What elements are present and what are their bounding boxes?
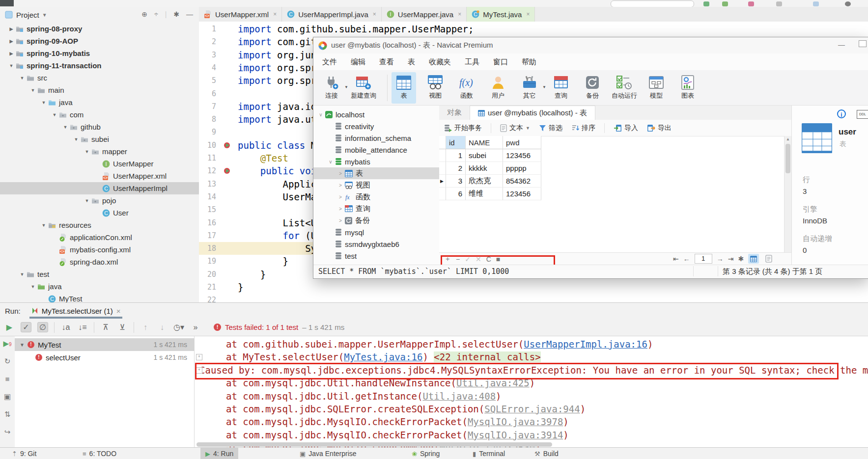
project-tree-item-applicationcon-xml[interactable]: applicationCon.xml bbox=[0, 231, 199, 243]
gridbar-文本[interactable]: 文本▼ bbox=[500, 124, 530, 133]
project-tree-item-usermapper-xml[interactable]: <>UserMapper.xml bbox=[0, 170, 199, 182]
info-icon[interactable]: i bbox=[837, 109, 846, 118]
stop-icon[interactable]: ■ bbox=[496, 255, 500, 263]
project-tree-item-spring-10-mybatis[interactable]: ▶spring-10-mybatis bbox=[0, 47, 199, 59]
toolbar-新建查询[interactable]: 新建查询 bbox=[351, 72, 376, 104]
show-ignored-icon[interactable]: ∅ bbox=[37, 322, 48, 332]
line-number[interactable]: 12 bbox=[199, 166, 216, 175]
gridbar-排序[interactable]: 排序 bbox=[571, 124, 595, 133]
test-tree-item-mytest[interactable]: ▼!MyTest1 s 421 ms bbox=[15, 338, 194, 351]
column-header-NAME[interactable]: NAME bbox=[466, 136, 503, 149]
project-tree-item-github[interactable]: ▼github bbox=[0, 121, 199, 133]
last-page-icon[interactable]: ⇥ bbox=[728, 255, 734, 263]
toolbar-连接[interactable]: 连接▼ bbox=[319, 72, 344, 104]
form-view-icon[interactable] bbox=[763, 254, 774, 264]
project-panel-title[interactable]: Project bbox=[16, 11, 39, 19]
sort-by-duration-icon[interactable]: ↓≡ bbox=[77, 323, 88, 332]
line-number[interactable]: 13 bbox=[199, 180, 216, 189]
nav-sidebar-item-ssmdwyglxtaeb6[interactable]: ssmdwyglxtaeb6 bbox=[313, 238, 440, 250]
run-test-gutter-icon[interactable] bbox=[224, 142, 230, 148]
apply-icon[interactable]: ✓ bbox=[465, 255, 471, 263]
tab-objects[interactable]: 对象 bbox=[439, 106, 470, 120]
minimize-icon[interactable]: — bbox=[835, 41, 848, 49]
hide-panel-icon[interactable]: — bbox=[186, 10, 193, 18]
nav-sidebar-item-localhost[interactable]: ∨localhost bbox=[313, 108, 440, 120]
toolbar-模型[interactable]: 模型 bbox=[644, 72, 669, 104]
chevron-down-icon[interactable]: ▼ bbox=[19, 272, 26, 277]
chevron-down-icon[interactable]: ▼ bbox=[29, 88, 36, 93]
column-header-id[interactable]: id bbox=[446, 136, 466, 149]
collapse-all-icon[interactable]: ÷ bbox=[154, 10, 158, 18]
project-tree-item-main[interactable]: ▼main bbox=[0, 84, 199, 96]
maximize-icon[interactable] bbox=[859, 40, 867, 47]
gridbar-导入[interactable]: 导入 bbox=[614, 124, 638, 133]
project-tree-item-spring-11-transaction[interactable]: ▼spring-11-transaction bbox=[0, 59, 199, 72]
stack-frame-link[interactable]: SQLError.java:944 bbox=[484, 404, 580, 414]
grid-view-icon[interactable] bbox=[748, 254, 759, 264]
toolbar-自动运行[interactable]: 自动运行 bbox=[612, 72, 637, 104]
toolbar-查询[interactable]: 查询 bbox=[549, 72, 573, 104]
chevron-right-icon[interactable]: > bbox=[337, 194, 344, 200]
test-tree-item-selectuser[interactable]: !selectUser1 s 421 ms bbox=[15, 351, 194, 364]
run-tab[interactable]: MyTest.selectUser (1) × bbox=[31, 303, 121, 319]
line-number[interactable]: 1 bbox=[199, 25, 216, 33]
debug-icon[interactable] bbox=[722, 1, 728, 6]
column-header-pwd[interactable]: pwd bbox=[503, 136, 541, 149]
locate-icon[interactable]: ⊕ bbox=[141, 10, 147, 18]
stack-frame-link[interactable]: MysqlIO.java:3914 bbox=[468, 430, 563, 440]
scroll-to-trace-icon[interactable]: ⇅ bbox=[0, 410, 15, 419]
statusbar-item-9-git[interactable]: ⇡9: Git bbox=[7, 448, 41, 459]
chevron-down-icon[interactable]: ▼ bbox=[344, 85, 348, 89]
project-tree-item-resources[interactable]: ▼resources bbox=[0, 219, 199, 231]
line-number[interactable]: 22 bbox=[199, 296, 216, 302]
cell-NAME[interactable]: 维维 bbox=[466, 188, 503, 200]
nav-sidebar-item-test[interactable]: test bbox=[313, 250, 440, 262]
project-tree-item-pojo[interactable]: ▼pojo bbox=[0, 194, 199, 207]
project-tree-item-mapper[interactable]: ▼mapper bbox=[0, 145, 199, 158]
cell-id[interactable]: 3 bbox=[446, 175, 466, 188]
line-number[interactable]: 18 bbox=[199, 244, 216, 253]
nav-sidebar-item-mobile-attendance[interactable]: mobile_attendance bbox=[313, 144, 440, 156]
data-grid[interactable]: idNAMEpwd1subei1234562kkkkkppppp▶3欣杰克854… bbox=[439, 136, 784, 259]
toolbar-其它[interactable]: 其它▼ bbox=[517, 72, 542, 104]
chevron-down-icon[interactable]: ▼ bbox=[42, 12, 47, 18]
menu-工具[interactable]: 工具 bbox=[458, 57, 486, 67]
statusbar-item-terminal[interactable]: ▮Terminal bbox=[468, 448, 510, 459]
settings-icon[interactable] bbox=[845, 1, 851, 6]
chevron-down-icon[interactable]: ▼ bbox=[62, 125, 69, 130]
nav-sidebar-item-mysql[interactable]: mysql bbox=[313, 226, 440, 238]
nav-sidebar-item-查询[interactable]: >查询 bbox=[313, 203, 440, 215]
cell-id[interactable]: 6 bbox=[446, 188, 466, 200]
menu-帮助[interactable]: 帮助 bbox=[515, 57, 543, 67]
nav-sidebar-item-视图[interactable]: >视图 bbox=[313, 179, 440, 191]
menu-表[interactable]: 表 bbox=[401, 57, 422, 67]
line-number[interactable]: 3 bbox=[199, 51, 216, 59]
line-number[interactable]: 17 bbox=[199, 231, 216, 240]
test-history-icon[interactable]: ◷▾ bbox=[173, 323, 184, 332]
test-console[interactable]: at com.github.subei.mapper.UserMapperImp… bbox=[195, 336, 868, 448]
project-tree-item-usermapperimpl[interactable]: CUserMapperImpl bbox=[0, 182, 199, 194]
more-actions-icon[interactable]: » bbox=[190, 323, 201, 332]
editor-tab-usermapper-java[interactable]: IUserMapper.java× bbox=[382, 7, 467, 22]
project-tree-item-com[interactable]: ▼com bbox=[0, 108, 199, 121]
expand-all-icon[interactable]: ⊼ bbox=[100, 323, 111, 332]
chevron-down-icon[interactable]: ∨ bbox=[327, 159, 334, 164]
ddl-icon[interactable]: DDL bbox=[857, 110, 868, 119]
cell-NAME[interactable]: 欣杰克 bbox=[466, 175, 503, 188]
chevron-down-icon[interactable]: ▼ bbox=[526, 126, 530, 131]
line-number[interactable]: 14 bbox=[199, 192, 216, 201]
nav-sidebar-item-mybatis[interactable]: ∨mybatis bbox=[313, 156, 440, 167]
project-tree-item-spring-dao-xml[interactable]: spring-dao.xml bbox=[0, 256, 199, 268]
run-icon[interactable] bbox=[703, 1, 709, 6]
statusbar-item-6-todo[interactable]: ≡6: TODO bbox=[78, 448, 121, 459]
nav-sidebar-item-函数[interactable]: >fx函数 bbox=[313, 191, 440, 203]
chevron-down-icon[interactable]: ▼ bbox=[19, 76, 26, 81]
stack-frame-link[interactable]: MysqlIO.java:3978 bbox=[468, 416, 563, 427]
next-failed-icon[interactable]: ↓ bbox=[157, 323, 168, 332]
rerun-failed-tests-icon[interactable]: ▶9 bbox=[0, 339, 15, 348]
toolbar-表[interactable]: 表 bbox=[392, 72, 416, 104]
show-passed-icon[interactable]: ✓ bbox=[21, 322, 31, 332]
gridbar-开始事务[interactable]: 开始事务 bbox=[444, 124, 482, 133]
page-settings-icon[interactable]: ✱ bbox=[738, 255, 744, 263]
project-tree-item-user[interactable]: CUser bbox=[0, 207, 199, 219]
